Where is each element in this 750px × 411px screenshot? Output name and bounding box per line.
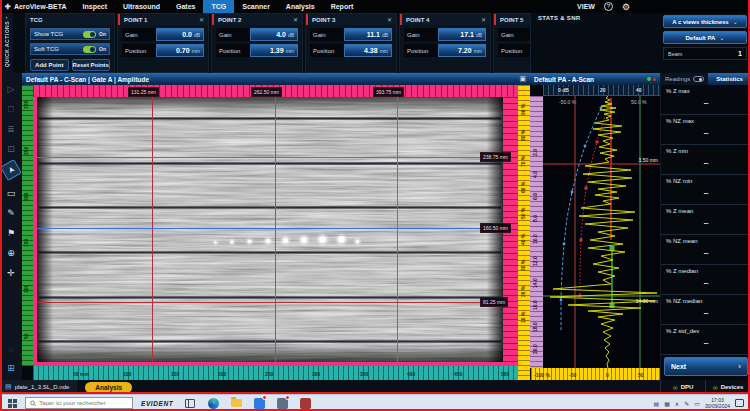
gear-icon[interactable]: ⚙ [622, 2, 630, 12]
close-icon[interactable]: ✕ [481, 16, 490, 23]
cscan-cursor-label-y2[interactable]: 160.50 mm [480, 223, 511, 233]
tick-label: 250 [23, 147, 29, 155]
pan-tool-icon[interactable]: ✛ [3, 265, 19, 281]
next-button[interactable]: Next › [664, 357, 748, 376]
quick-actions-expand-icon[interactable]: › [6, 14, 8, 20]
edge-icon[interactable] [207, 397, 219, 409]
office-icon[interactable] [299, 397, 311, 409]
play-tool-icon[interactable]: ▷ [3, 81, 19, 97]
pa-dropdown[interactable]: Default PA ⌄ [663, 31, 747, 44]
menu-item-analysis[interactable]: Analysis [278, 0, 323, 13]
thickness-dropdown[interactable]: A c views thickness ⌄ [663, 15, 747, 28]
readings-statistics-toggle[interactable] [693, 76, 704, 82]
position-field[interactable]: 7.20mm [438, 44, 486, 57]
gain-field[interactable]: 0.0dB [156, 28, 204, 41]
help-icon[interactable]: ? [604, 2, 613, 11]
show-tcg-toggle[interactable] [83, 31, 96, 38]
gain-field[interactable]: 4.0dB [250, 28, 298, 41]
search-input[interactable] [39, 400, 128, 406]
menu-item-report[interactable]: Report [323, 0, 362, 13]
cscan-cursor-label-x1[interactable]: 131.25 mm [128, 87, 159, 97]
cscan-vertical-cursor-blue[interactable] [275, 97, 276, 362]
teams-icon[interactable] [253, 397, 265, 409]
close-icon[interactable]: ✕ [293, 16, 302, 23]
pointer-tool-icon[interactable]: ➤ [0, 159, 22, 181]
start-button[interactable] [8, 399, 17, 408]
main-area: ▷ □ ≣ ⊡ ➤ ▭ ✎ ⚑ ⊕ ✛ ◌ ⊞ Default PA - C-S… [0, 73, 750, 380]
stat-row: % NZ mean-- [661, 235, 750, 265]
action-center-icon[interactable] [735, 399, 744, 407]
layers-tool-icon[interactable]: ≣ [3, 121, 19, 137]
cscan-horizontal-cursor-blue[interactable] [37, 228, 503, 229]
cscan-vertical-cursor-purple[interactable] [397, 97, 398, 362]
mail-icon[interactable] [276, 397, 288, 409]
cscan-canvas[interactable] [37, 97, 503, 362]
tab-readings[interactable]: Readings [661, 73, 708, 85]
tray-icon[interactable]: ▤ [654, 400, 660, 407]
show-tcg-label: Show TCG [34, 31, 63, 37]
zoom-tool-icon[interactable]: ⊕ [3, 245, 19, 261]
tray-expand-icon[interactable]: ∧ [675, 400, 679, 407]
devices-status-button[interactable]: ∞ Devices [705, 380, 750, 394]
close-icon[interactable]: ✕ [387, 16, 396, 23]
cscan-vertical-cursor-red[interactable] [152, 97, 153, 362]
windows-taskbar: EVIDENT ▤ ▦ ∧ ✎ ▭ 17:03 30/09/2024 [0, 394, 750, 411]
taskbar-search[interactable] [25, 397, 133, 409]
tab-statistics[interactable]: Statistics [708, 73, 750, 85]
cscan-horizontal-cursor-purple[interactable] [37, 157, 503, 158]
pin-icon[interactable]: ▣ [519, 75, 526, 83]
view-menu[interactable]: VIEW [577, 3, 595, 10]
add-point-button[interactable]: Add Point [30, 59, 69, 71]
ascan-canvas[interactable]: -50.0 % 50.0 % 3.50 mm 14.30 mm [543, 96, 660, 368]
cscan-cursor-label-x3[interactable]: 393.75 mm [373, 87, 404, 97]
keyboard-tray-icon[interactable]: ▭ [694, 400, 700, 407]
quick-actions-strip[interactable]: › QUICK ACTIONS [0, 13, 13, 73]
pencil-tool-icon[interactable]: ✎ [3, 205, 19, 221]
file-explorer-icon[interactable] [230, 397, 242, 409]
position-field[interactable]: 0.70mm [156, 44, 204, 57]
soft-tcg-toggle[interactable] [83, 46, 96, 53]
tick-label: 200 [218, 371, 226, 377]
reset-points-button[interactable]: Reset Points [72, 59, 111, 71]
scan-feature-line [39, 206, 501, 209]
close-icon[interactable]: ✕ [199, 16, 208, 23]
dock-tool-icon[interactable]: ⊡ [3, 141, 19, 157]
menu-item-inspect[interactable]: Inspect [75, 0, 116, 13]
dpu-status-button[interactable]: ∞ DPU [660, 380, 705, 394]
stop-tool-icon[interactable]: □ [3, 101, 19, 117]
ascan-header[interactable]: Default PA - A-Scan [530, 73, 660, 85]
bulb-tool-icon[interactable]: ◌ [3, 341, 19, 357]
cscan-cursor-label-x2[interactable]: 262.50 mm [251, 87, 282, 97]
pen-tray-icon[interactable]: ✎ [684, 400, 689, 407]
tray-icon[interactable]: ▦ [664, 400, 670, 407]
tick-label: 50 [638, 372, 644, 378]
position-field[interactable]: 1.39mm [250, 44, 298, 57]
gain-field[interactable]: 11.1dB [344, 28, 392, 41]
grid-tool-icon[interactable]: ⊞ [3, 360, 19, 376]
tick-label: 100 [23, 285, 29, 293]
gate-top-label[interactable]: 3.50 mm [639, 157, 658, 163]
task-view-button[interactable] [184, 397, 196, 409]
analysis-mode-badge[interactable]: Analysis [85, 382, 132, 393]
gain-field[interactable]: 17.1dB [438, 28, 486, 41]
cscan-cursor-label-y1[interactable]: 238.75 mm [480, 152, 511, 162]
menu-item-scanner[interactable]: Scanner [234, 0, 278, 13]
menu-item-ultrasound[interactable]: Ultrasound [115, 0, 168, 13]
file-tab[interactable]: ▤ plate_1_3.SL_D.nde [0, 380, 77, 394]
cscan-header[interactable]: Default PA - C-Scan | Gate A | Amplitude… [22, 73, 530, 85]
indication-dot [230, 240, 234, 244]
beam-field[interactable]: Beam 1 [663, 47, 747, 60]
position-label: Position [122, 44, 156, 57]
flag-tool-icon[interactable]: ⚑ [3, 225, 19, 241]
position-field[interactable]: 4.38mm [344, 44, 392, 57]
tick-label: 90 % [520, 104, 526, 115]
ascan-plot [543, 96, 660, 368]
gate-bottom-label[interactable]: 14.30 mm [636, 298, 658, 304]
menu-item-tcg[interactable]: TCG [203, 0, 234, 13]
tick-label: 6.0 [532, 193, 538, 200]
cscan-cursor-label-y3[interactable]: 81.25 mm [480, 297, 508, 307]
menu-item-gates[interactable]: Gates [168, 0, 203, 13]
marquee-tool-icon[interactable]: ▭ [3, 185, 19, 201]
taskbar-clock[interactable]: 17:03 30/09/2024 [705, 397, 730, 409]
cscan-horizontal-cursor-red[interactable] [37, 302, 503, 303]
